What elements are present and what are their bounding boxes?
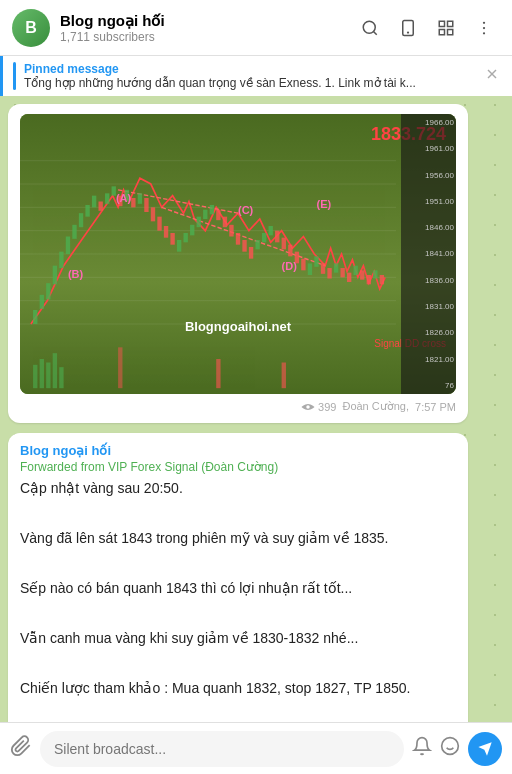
svg-rect-67: [321, 263, 325, 274]
svg-rect-84: [282, 363, 286, 389]
chart-message-bubble: 1833.724 (A) (B) (C) (D) (E) Blogngoaiho…: [8, 104, 468, 423]
svg-rect-23: [33, 310, 37, 324]
svg-line-21: [118, 190, 238, 213]
layout-icon[interactable]: [430, 12, 462, 44]
svg-point-0: [363, 21, 375, 33]
wave-label-E: (E): [316, 198, 331, 210]
svg-rect-41: [151, 207, 155, 221]
message-2-text: Cập nhật vàng sau 20:50. Vàng đã lên sát…: [20, 478, 456, 724]
svg-rect-62: [288, 245, 292, 257]
svg-rect-77: [33, 365, 37, 388]
wave-label-A: (A): [116, 192, 131, 204]
svg-rect-31: [85, 205, 89, 217]
pinned-content: Pinned message Tổng hợp những hướng dẫn …: [24, 62, 484, 90]
svg-rect-40: [144, 198, 148, 212]
svg-rect-78: [40, 359, 44, 388]
svg-rect-54: [236, 233, 240, 245]
message-1-time: 7:57 PM: [415, 401, 456, 413]
svg-point-85: [442, 738, 459, 755]
svg-rect-48: [197, 217, 201, 228]
svg-rect-4: [439, 21, 444, 26]
wave-label-C: (C): [238, 204, 253, 216]
chart-image: 1833.724 (A) (B) (C) (D) (E) Blogngoaiho…: [20, 114, 456, 394]
svg-point-8: [483, 21, 485, 23]
more-options-icon[interactable]: [468, 12, 500, 44]
call-icon[interactable]: [392, 12, 424, 44]
svg-rect-50: [210, 205, 214, 214]
send-button[interactable]: [468, 732, 502, 766]
subscriber-count: 1,711 subscribers: [60, 30, 354, 44]
message-input[interactable]: [40, 731, 404, 767]
svg-rect-33: [98, 202, 102, 211]
pinned-accent: [13, 62, 16, 90]
svg-rect-30: [79, 213, 83, 227]
svg-rect-52: [223, 217, 227, 228]
message-1-views: 399: [301, 401, 336, 413]
wave-label-D: (D): [282, 260, 297, 272]
search-icon[interactable]: [354, 12, 386, 44]
svg-rect-47: [190, 225, 194, 236]
svg-rect-5: [448, 21, 453, 26]
svg-rect-44: [170, 233, 174, 245]
svg-rect-39: [138, 193, 142, 204]
message-1-author: Đoàn Cường,: [342, 400, 409, 413]
svg-rect-81: [59, 367, 63, 388]
svg-rect-74: [367, 275, 371, 284]
svg-point-9: [483, 26, 485, 28]
svg-point-10: [483, 32, 485, 34]
svg-rect-51: [216, 210, 220, 221]
svg-rect-49: [203, 210, 207, 219]
header-actions: [354, 12, 500, 44]
svg-rect-46: [184, 233, 188, 242]
message-1: 1833.724 (A) (B) (C) (D) (E) Blogngoaiho…: [8, 104, 504, 423]
chat-area: 1833.724 (A) (B) (C) (D) (E) Blogngoaiho…: [0, 96, 512, 724]
chart-inner: 1833.724 (A) (B) (C) (D) (E) Blogngoaiho…: [20, 114, 456, 394]
svg-rect-57: [255, 240, 259, 249]
svg-rect-60: [275, 231, 279, 243]
bell-icon[interactable]: [412, 736, 432, 761]
svg-rect-24: [40, 295, 44, 309]
pinned-message-bar[interactable]: Pinned message Tổng hợp những hướng dẫn …: [0, 56, 512, 96]
svg-rect-53: [229, 225, 233, 237]
header-info: Blog ngoại hối 1,711 subscribers: [60, 12, 354, 44]
pinned-label: Pinned message: [24, 62, 484, 76]
svg-rect-76: [380, 275, 384, 284]
svg-rect-27: [59, 252, 63, 268]
svg-rect-38: [131, 198, 135, 207]
svg-rect-70: [340, 268, 344, 277]
chart-watermark: Blogngoaihoi.net: [185, 319, 291, 334]
message-2: Blog ngoại hối Forwarded from VIP Forex …: [8, 433, 504, 724]
unpin-icon[interactable]: [484, 66, 500, 86]
chart-svg: [20, 114, 456, 394]
svg-line-1: [373, 31, 376, 34]
svg-rect-59: [269, 226, 273, 235]
svg-rect-25: [46, 283, 50, 299]
svg-rect-42: [157, 217, 161, 231]
input-bar: [0, 722, 512, 774]
svg-rect-82: [118, 347, 122, 388]
svg-rect-68: [327, 268, 331, 279]
svg-rect-69: [334, 263, 338, 272]
channel-avatar: B: [12, 9, 50, 47]
header: B Blog ngoại hối 1,711 subscribers: [0, 0, 512, 56]
emoji-icon[interactable]: [440, 736, 460, 761]
svg-rect-61: [282, 238, 286, 250]
wave-label-B: (B): [68, 268, 83, 280]
svg-rect-64: [301, 259, 305, 271]
message-2-sender: Blog ngoại hối: [20, 443, 456, 458]
svg-rect-58: [262, 233, 266, 242]
message-1-meta: 399 Đoàn Cường, 7:57 PM: [20, 400, 456, 413]
svg-rect-79: [46, 363, 50, 389]
svg-rect-65: [308, 263, 312, 275]
svg-rect-6: [439, 29, 444, 34]
channel-title: Blog ngoại hối: [60, 12, 354, 30]
svg-rect-45: [177, 240, 181, 252]
svg-rect-34: [105, 193, 109, 204]
text-message-bubble: Blog ngoại hối Forwarded from VIP Forex …: [8, 433, 468, 724]
svg-rect-7: [448, 29, 453, 34]
message-2-forwarded: Forwarded from VIP Forex Signal (Đoàn Cư…: [20, 460, 456, 474]
svg-rect-56: [249, 247, 253, 259]
svg-rect-80: [53, 353, 57, 388]
attach-icon[interactable]: [10, 735, 32, 763]
svg-rect-28: [66, 237, 70, 255]
